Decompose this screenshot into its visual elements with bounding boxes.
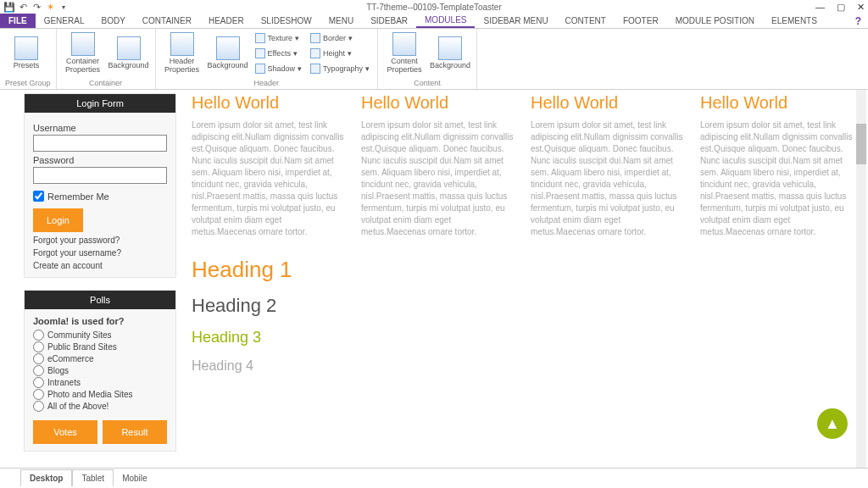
heading-4: Heading 4	[192, 358, 854, 374]
header-properties-button[interactable]: Header Properties	[161, 30, 203, 76]
window-title: TT-7theme--00109-TemplateToaster	[366, 3, 502, 12]
poll-radio[interactable]	[33, 401, 44, 412]
tab-module-position[interactable]: MODULE POSITION	[667, 14, 763, 28]
poll-radio[interactable]	[33, 365, 44, 376]
container-background-button[interactable]: Background	[108, 30, 150, 76]
device-tab-tablet[interactable]: Tablet	[72, 469, 114, 486]
poll-radio[interactable]	[33, 389, 44, 400]
forgot-password-link[interactable]: Forgot your password?	[33, 236, 167, 245]
joomla-icon[interactable]: ✶	[44, 1, 56, 13]
texture-button[interactable]: Texture ▾	[253, 31, 305, 45]
save-icon[interactable]: 💾	[3, 1, 15, 13]
device-tab-mobile[interactable]: Mobile	[114, 470, 155, 486]
tab-general[interactable]: GENERAL	[36, 14, 93, 28]
create-account-link[interactable]: Create an account	[33, 261, 167, 270]
border-button[interactable]: Border ▾	[308, 31, 372, 45]
poll-radio[interactable]	[33, 353, 44, 364]
tab-container[interactable]: CONTAINER	[134, 14, 200, 28]
maximize-icon[interactable]: ▢	[837, 2, 845, 13]
heading-1: Heading 1	[192, 257, 854, 283]
login-button[interactable]: Login	[33, 208, 83, 232]
dropdown-icon[interactable]: ▾	[58, 1, 70, 13]
title-bar: 💾 ↶ ↷ ✶ ▾ TT-7theme--00109-TemplateToast…	[0, 0, 868, 14]
poll-radio[interactable]	[33, 330, 44, 341]
tab-modules[interactable]: MODULES	[416, 14, 475, 28]
forgot-username-link[interactable]: Forgot your username?	[33, 248, 167, 258]
ribbon-tabs: FILE GENERAL BODY CONTAINER HEADER SLIDE…	[0, 14, 868, 29]
presets-button[interactable]: Presets	[5, 30, 47, 76]
typography-button[interactable]: Typography ▾	[308, 62, 372, 75]
article: Hello WorldLorem ipsum dolor sit amet, t…	[361, 93, 515, 238]
polls-header: Polls	[25, 291, 175, 309]
content-background-button[interactable]: Background	[429, 30, 471, 76]
scroll-top-button[interactable]: ▲	[817, 408, 848, 439]
tab-slideshow[interactable]: SLIDESHOW	[253, 14, 320, 28]
tab-footer[interactable]: FOOTER	[615, 14, 667, 28]
login-header: Login Form	[25, 94, 175, 113]
content-properties-button[interactable]: Content Properties	[383, 30, 426, 76]
tab-file[interactable]: FILE	[0, 14, 36, 28]
tab-sidebar[interactable]: SIDEBAR	[362, 14, 416, 28]
container-properties-button[interactable]: Container Properties	[62, 30, 104, 76]
close-icon[interactable]: ✕	[857, 2, 865, 13]
polls-module: Polls Joomla! is used for? Community Sit…	[24, 290, 176, 452]
header-background-button[interactable]: Background	[207, 30, 249, 76]
tab-body[interactable]: BODY	[92, 14, 133, 28]
password-input[interactable]	[33, 167, 167, 184]
minimize-icon[interactable]: —	[815, 2, 825, 13]
result-button[interactable]: Result	[103, 420, 167, 444]
poll-radio[interactable]	[33, 341, 44, 352]
design-canvas: Login Form Username Password Remember Me…	[0, 90, 868, 468]
vertical-scrollbar[interactable]	[856, 90, 866, 468]
login-module: Login Form Username Password Remember Me…	[24, 93, 176, 278]
votes-button[interactable]: Votes	[33, 420, 97, 444]
height-button[interactable]: Height ▾	[308, 47, 372, 60]
username-input[interactable]	[33, 135, 167, 152]
article: Hello WorldLorem ipsum dolor sit amet, t…	[531, 93, 685, 238]
device-tabs: Desktop Tablet Mobile	[0, 468, 868, 488]
device-tab-desktop[interactable]: Desktop	[20, 469, 72, 486]
tab-header[interactable]: HEADER	[200, 14, 253, 28]
ribbon: Presets Preset Group Container Propertie…	[0, 29, 868, 90]
tab-elements[interactable]: ELEMENTS	[763, 14, 826, 28]
tab-sidebar-menu[interactable]: SIDEBAR MENU	[475, 14, 556, 28]
redo-icon[interactable]: ↷	[31, 1, 42, 13]
tab-content[interactable]: CONTENT	[557, 14, 615, 28]
username-label: Username	[33, 123, 167, 133]
help-icon[interactable]: ?	[855, 14, 868, 28]
effects-button[interactable]: Effects ▾	[253, 47, 305, 60]
remember-checkbox[interactable]	[33, 191, 44, 202]
tab-menu[interactable]: MENU	[320, 14, 362, 28]
poll-question: Joomla! is used for?	[33, 316, 167, 326]
heading-2: Heading 2	[192, 295, 854, 317]
undo-icon[interactable]: ↶	[17, 1, 29, 13]
article: Hello WorldLorem ipsum dolor sit amet, t…	[192, 93, 346, 238]
article: Hello WorldLorem ipsum dolor sit amet, t…	[700, 93, 854, 238]
shadow-button[interactable]: Shadow ▾	[253, 62, 305, 75]
password-label: Password	[33, 155, 167, 165]
heading-3: Heading 3	[192, 329, 854, 347]
poll-radio[interactable]	[33, 377, 44, 388]
